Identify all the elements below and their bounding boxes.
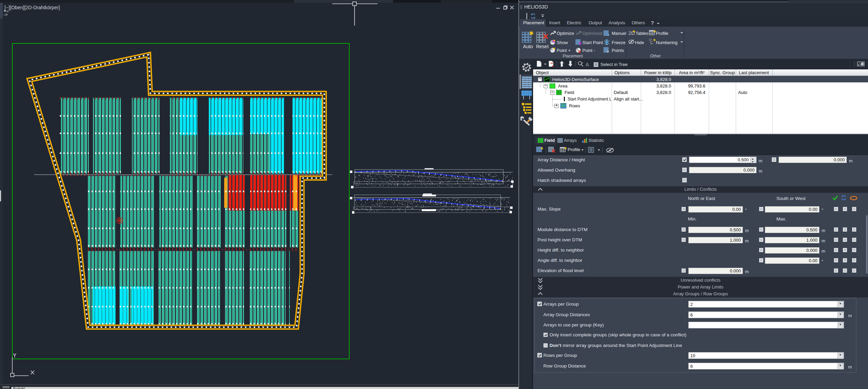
svg-text:3: 3 <box>650 42 652 45</box>
svg-text:±: ± <box>582 61 583 64</box>
